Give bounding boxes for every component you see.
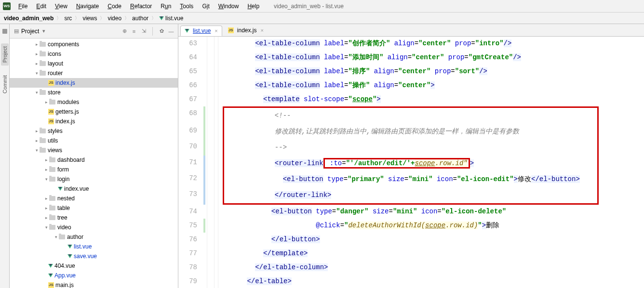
tree-components[interactable]: ▸components: [10, 39, 178, 49]
tree-author[interactable]: ▾author: [10, 232, 178, 242]
sidebar-header: ▤ Project ▾ ⊕ ≡ ⇲ ✿ —: [10, 24, 178, 39]
project-dropdown-icon: ▤: [13, 28, 19, 34]
crumb-views[interactable]: views: [82, 15, 97, 22]
vue-icon: [185, 29, 189, 33]
menu-window[interactable]: Window: [215, 1, 243, 11]
menu-code[interactable]: Code: [104, 1, 125, 11]
menu-view[interactable]: View: [51, 1, 71, 11]
tree-404[interactable]: 404.vue: [10, 261, 178, 271]
tree-store-index[interactable]: JSindex.js: [10, 117, 178, 126]
tab-list-vue[interactable]: list.vue×: [180, 26, 222, 36]
tree-icons[interactable]: ▸icons: [10, 49, 178, 59]
editor-area: list.vue× JSindex.js× 63 <el-table-colum…: [178, 24, 644, 288]
menubar: WS File Edit View Navigate Code Refactor…: [0, 0, 644, 13]
tree-login-index[interactable]: index.vue: [10, 184, 178, 194]
menu-edit[interactable]: Edit: [32, 1, 50, 11]
tree-getters[interactable]: JSgetters.js: [10, 107, 178, 117]
menu-git[interactable]: Git: [198, 1, 213, 11]
sidebar-title: Project: [21, 28, 39, 35]
expand-icon[interactable]: ≡: [131, 28, 137, 34]
collapse-icon[interactable]: ⇲: [141, 28, 147, 34]
js-icon: JS: [228, 27, 234, 33]
tree-dashboard[interactable]: ▸dashboard: [10, 155, 178, 165]
code-editor[interactable]: 63 <el-table-column label="创作者简介" align=…: [178, 37, 644, 288]
menu-tools[interactable]: Tools: [176, 1, 197, 11]
menu-file[interactable]: File: [14, 1, 31, 11]
tree-video[interactable]: ▾video: [10, 223, 178, 232]
tree-router-index[interactable]: JSindex.js: [10, 78, 178, 88]
rail-icon[interactable]: [2, 29, 7, 34]
menu-run[interactable]: Run: [157, 1, 175, 11]
crumb-file[interactable]: list.vue: [165, 15, 183, 22]
editor-tabs: list.vue× JSindex.js×: [178, 24, 644, 37]
hide-icon[interactable]: —: [168, 28, 174, 34]
tree-utils[interactable]: ▸utils: [10, 136, 178, 145]
menu-navigate[interactable]: Navigate: [72, 1, 103, 11]
crumb-author[interactable]: author: [132, 15, 148, 22]
tree-login[interactable]: ▾login: [10, 174, 178, 184]
menu-refactor[interactable]: Refactor: [126, 1, 156, 11]
tree-save-vue[interactable]: save.vue: [10, 251, 178, 261]
tree-tree[interactable]: ▸tree: [10, 213, 178, 223]
tool-rail: Project Commit: [0, 24, 10, 288]
tree-list-vue[interactable]: list.vue: [10, 242, 178, 251]
tree-views[interactable]: ▾views: [10, 145, 178, 155]
locate-icon[interactable]: ⊕: [121, 28, 127, 34]
sidebar-title-group[interactable]: ▤ Project ▾: [13, 28, 121, 35]
window-title: video_admin_web - list.vue: [274, 3, 344, 10]
rail-commit[interactable]: Commit: [2, 75, 8, 93]
tree-router[interactable]: ▾router: [10, 68, 178, 78]
gear-icon[interactable]: ✿: [159, 28, 164, 34]
close-icon[interactable]: ×: [260, 27, 263, 33]
breadcrumb: video_admin_web〉 src〉 views〉 video〉 auth…: [0, 13, 644, 24]
tab-index-js[interactable]: JSindex.js×: [224, 26, 268, 35]
close-icon[interactable]: ×: [215, 28, 217, 34]
tree-modules[interactable]: ▸modules: [10, 97, 178, 107]
crumb-video[interactable]: video: [107, 15, 121, 22]
tree-styles[interactable]: ▸styles: [10, 126, 178, 136]
tree-main-js[interactable]: JSmain.js: [10, 280, 178, 288]
app-icon: WS: [3, 2, 11, 10]
menu-help[interactable]: Help: [243, 1, 263, 11]
project-tree[interactable]: ▸components ▸icons ▸layout ▾router JSind…: [10, 39, 178, 288]
tree-layout[interactable]: ▸layout: [10, 59, 178, 68]
chevron-down-icon: ▾: [41, 28, 47, 34]
crumb-root[interactable]: video_admin_web: [4, 15, 54, 22]
crumb-src[interactable]: src: [64, 15, 72, 22]
tree-nested[interactable]: ▸nested: [10, 194, 178, 203]
tree-app-vue[interactable]: App.vue: [10, 271, 178, 280]
project-sidebar: ▤ Project ▾ ⊕ ≡ ⇲ ✿ — ▸components ▸icons…: [10, 24, 178, 288]
tree-store[interactable]: ▾store: [10, 88, 178, 97]
tree-form[interactable]: ▸form: [10, 165, 178, 174]
tree-table[interactable]: ▸table: [10, 203, 178, 213]
rail-project[interactable]: Project: [1, 43, 9, 65]
vue-icon: [159, 16, 164, 20]
